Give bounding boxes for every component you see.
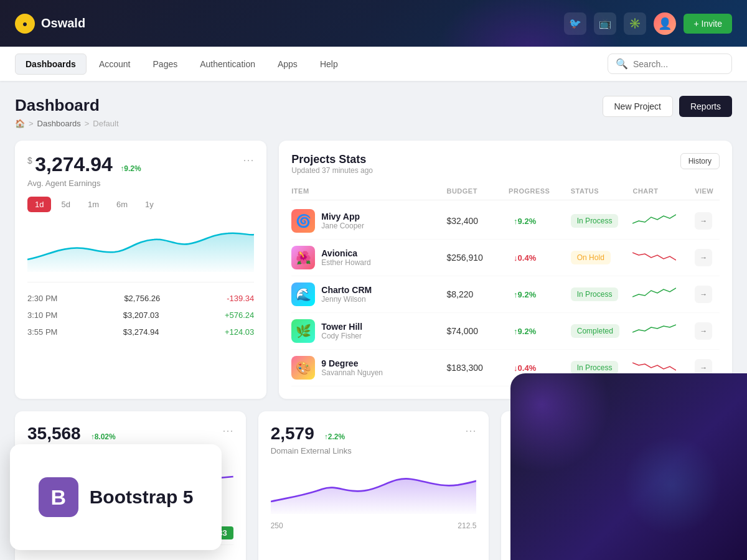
- bird-icon[interactable]: 🐦: [564, 12, 586, 35]
- item-person-5: Savannah Nguyen: [321, 368, 383, 377]
- item-name-3: Charto CRM: [321, 285, 372, 295]
- search-input[interactable]: [633, 59, 724, 69]
- status-4: Completed: [571, 324, 633, 338]
- sessions-badge: ↑8.02%: [91, 432, 116, 441]
- view-btn-2[interactable]: →: [695, 249, 712, 266]
- item-thumb-4: 🌿: [291, 319, 315, 343]
- item-details-3: Charto CRM Jenny Wilson: [321, 285, 372, 304]
- item-image-5: 🎨: [291, 356, 315, 380]
- view-btn-1[interactable]: →: [695, 212, 712, 230]
- progress-1: ↑9.2%: [514, 217, 571, 226]
- topbar-right: 🐦 📺 ✳️ 👤 + Invite: [564, 12, 732, 35]
- chart-2: [632, 249, 695, 266]
- earnings-header: $ 3,274.94 ↑9.2% Avg. Agent Earnings ⋯: [27, 153, 254, 197]
- budget-1: $32,400: [446, 216, 509, 226]
- page-header: Dashboard 🏠 > Dashboards > Default New P…: [15, 96, 732, 128]
- topbar: ● Oswald 🐦 📺 ✳️ 👤 + Invite: [0, 0, 747, 47]
- earnings-chart: [27, 222, 254, 272]
- earnings-label: Avg. Agent Earnings: [27, 179, 141, 188]
- main-nav: Dashboards Account Pages Authentication …: [0, 47, 747, 81]
- more-icon[interactable]: ⋯: [243, 153, 254, 167]
- period-1y[interactable]: 1y: [138, 197, 161, 212]
- projects-header: Projects Stats Updated 37 minutes ago Hi…: [291, 153, 720, 185]
- projects-updated: Updated 37 minutes ago: [291, 166, 373, 175]
- top-cards-row: $ 3,274.94 ↑9.2% Avg. Agent Earnings ⋯ 1…: [15, 141, 732, 399]
- earnings-card: $ 3,274.94 ↑9.2% Avg. Agent Earnings ⋯ 1…: [15, 141, 266, 399]
- external-links-amount-area: 2,579 ↑2.2% Domain External Links: [271, 424, 352, 464]
- nav-help[interactable]: Help: [310, 54, 348, 74]
- item-thumb-2: 🌺: [291, 246, 315, 269]
- progress-3: ↑9.2%: [514, 290, 571, 299]
- glow-effect: [510, 373, 610, 473]
- progress-2: ↓0.4%: [514, 253, 571, 263]
- period-5d[interactable]: 5d: [54, 197, 77, 212]
- dark-overlay: [510, 373, 747, 560]
- glow-effect-2: [622, 436, 722, 535]
- reports-button[interactable]: Reports: [679, 96, 732, 117]
- budget-4: $74,000: [446, 326, 509, 336]
- chart-3: [632, 286, 695, 303]
- item-details-2: Avionica Esther Howard: [321, 248, 370, 267]
- change-1: -139.34: [227, 294, 254, 303]
- val-2: $3,207.03: [123, 310, 159, 320]
- sessions-more-icon[interactable]: ⋯: [222, 424, 233, 437]
- home-icon: 🏠: [15, 119, 25, 128]
- earnings-amount: $ 3,274.94 ↑9.2%: [27, 153, 141, 176]
- view-btn-3[interactable]: →: [695, 286, 712, 303]
- projects-title: Projects Stats: [291, 153, 373, 166]
- table-row: 🌀 Mivy App Jane Cooper $32,400 ↑9.2% In …: [291, 203, 720, 240]
- logo-icon: ●: [15, 14, 35, 34]
- item-person-4: Cody Fisher: [321, 332, 362, 340]
- status-2: On Hold: [571, 251, 633, 264]
- share-icon[interactable]: ✳️: [624, 12, 646, 35]
- item-thumb-5: 🎨: [291, 356, 315, 380]
- budget-5: $183,300: [446, 363, 509, 373]
- bootstrap-promo: B Bootstrap 5: [10, 444, 222, 550]
- external-amount: 2,579: [271, 424, 314, 444]
- col-view: VIEW: [695, 187, 720, 195]
- time-entry-3: 3:55 PM $3,274.94 +124.03: [27, 324, 254, 340]
- time-entry-2: 3:10 PM $3,207.03 +576.24: [27, 307, 254, 324]
- external-more-icon[interactable]: ⋯: [465, 424, 476, 437]
- item-image-4: 🌿: [291, 319, 315, 343]
- col-chart: CHART: [632, 187, 695, 195]
- nav-pages[interactable]: Pages: [143, 54, 188, 74]
- breadcrumb-dashboards[interactable]: Dashboards: [37, 119, 81, 128]
- page-title: Dashboard: [15, 96, 119, 115]
- period-6m[interactable]: 6m: [109, 197, 135, 212]
- logo-area: ● Oswald: [15, 14, 85, 34]
- avatar[interactable]: 👤: [654, 12, 676, 35]
- time-2: 3:10 PM: [27, 310, 57, 320]
- table-header: ITEM BUDGET PROGRESS STATUS CHART VIEW: [291, 187, 720, 200]
- bootstrap-icon: B: [39, 477, 78, 517]
- nav-authentication[interactable]: Authentication: [190, 54, 265, 74]
- progress-4: ↑9.2%: [514, 327, 571, 336]
- item-thumb-1: 🌀: [291, 209, 315, 233]
- time-entry-1: 2:30 PM $2,756.26 -139.34: [27, 290, 254, 307]
- status-5: In Process: [571, 361, 633, 375]
- item-info-4: 🌿 Tower Hill Cody Fisher: [291, 319, 446, 343]
- table-row: 🌿 Tower Hill Cody Fisher $74,000 ↑9.2% C…: [291, 313, 720, 350]
- item-person-2: Esther Howard: [321, 258, 370, 267]
- new-project-button[interactable]: New Project: [603, 96, 673, 117]
- invite-button[interactable]: + Invite: [684, 14, 732, 34]
- dollar-sign: $: [27, 156, 32, 166]
- search-box[interactable]: 🔍: [608, 54, 732, 74]
- period-1m[interactable]: 1m: [80, 197, 106, 212]
- nav-apps[interactable]: Apps: [268, 54, 308, 74]
- history-button[interactable]: History: [680, 153, 720, 169]
- header-actions: New Project Reports: [603, 96, 733, 117]
- nav-dashboards[interactable]: Dashboards: [15, 54, 87, 75]
- external-chart: [271, 464, 477, 514]
- item-person-3: Jenny Wilson: [321, 295, 372, 304]
- external-links-header: 2,579 ↑2.2% Domain External Links ⋯: [271, 424, 477, 464]
- item-details-4: Tower Hill Cody Fisher: [321, 322, 362, 340]
- table-row: 🌊 Charto CRM Jenny Wilson $8,220 ↑9.2% I…: [291, 276, 720, 313]
- nav-account[interactable]: Account: [89, 54, 141, 74]
- budget-2: $256,910: [446, 253, 509, 263]
- time-1: 2:30 PM: [27, 294, 57, 303]
- screen-icon[interactable]: 📺: [594, 12, 616, 35]
- search-icon: 🔍: [616, 58, 628, 70]
- period-1d[interactable]: 1d: [27, 197, 51, 212]
- view-btn-4[interactable]: →: [695, 322, 712, 340]
